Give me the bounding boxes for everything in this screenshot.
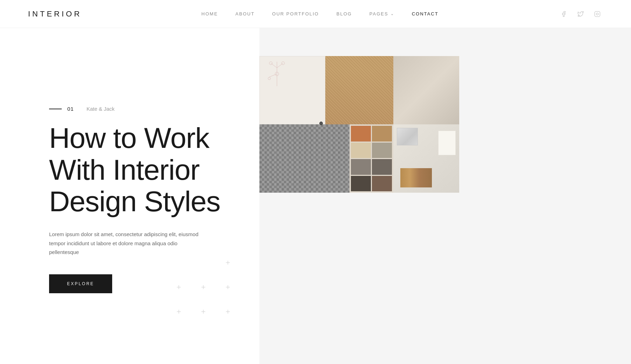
twitter-icon[interactable] [575,8,586,20]
nav-pages[interactable]: PAGES ⌄ [369,11,394,16]
nav-home[interactable]: HOME [202,11,218,16]
plus-decoration: + [217,276,238,297]
plus-decoration: + [193,276,214,297]
plus-decoration: + [168,301,189,322]
swatch-brown-textile [325,56,393,124]
plus-decoration: + [217,301,238,322]
color-palette-chips [350,124,393,193]
nav-contact[interactable]: CONTACT [412,11,439,16]
plus-decoration [168,252,189,273]
hero-title: How to Work With Interior Design Styles [49,122,231,217]
chip-grey1 [372,143,392,158]
swatch-grey-textile [393,56,459,124]
nav-blog[interactable]: BLOG [337,11,352,16]
chip-grey3 [372,159,392,175]
social-links [558,8,603,20]
explore-button[interactable]: EXPLORE [49,274,112,293]
svg-rect-0 [595,11,600,16]
instagram-icon[interactable] [592,8,603,20]
chip-grey2 [351,159,371,175]
hero-right-panel [259,28,631,364]
hero-image-composite [259,56,459,193]
logo[interactable]: INTERIOR [28,9,82,19]
navigation: HOME ABOUT OUR PORTFOLIO BLOG PAGES ⌄ CO… [202,11,439,16]
chip-tan [372,126,392,142]
hero-image [259,56,459,193]
main-content: 01 Kate & Jack How to Work With Interior… [0,28,631,364]
slide-line-decoration [49,109,62,109]
slide-number: 01 [67,106,74,112]
swatch-checkered [259,124,350,193]
chevron-down-icon: ⌄ [391,12,394,16]
slide-indicator: 01 Kate & Jack [49,106,231,112]
swatch-materials [393,124,459,193]
chip-cream [351,143,371,158]
svg-point-9 [268,77,271,80]
hero-left-panel: 01 Kate & Jack How to Work With Interior… [0,28,259,364]
white-card-sample [438,131,456,155]
chip-dark [351,176,371,192]
swatch-white-fabric [259,56,325,124]
slide-author: Kate & Jack [87,106,115,112]
decorative-plus-grid: + + + + + + + [168,252,238,322]
header: INTERIOR HOME ABOUT OUR PORTFOLIO BLOG P… [0,0,631,28]
facebook-icon[interactable] [558,8,569,20]
plus-decoration: + [217,252,238,273]
plus-decoration [193,252,214,273]
nav-about[interactable]: ABOUT [236,11,255,16]
plus-decoration: + [168,276,189,297]
marble-sample [397,128,418,145]
wood-sample [400,168,432,187]
svg-line-3 [271,63,277,68]
floral-art [265,60,289,88]
chip-orange [351,126,371,142]
svg-line-4 [277,63,283,68]
plus-decoration: + [193,301,214,322]
nav-portfolio[interactable]: OUR PORTFOLIO [272,11,319,16]
chip-brown [372,176,392,192]
